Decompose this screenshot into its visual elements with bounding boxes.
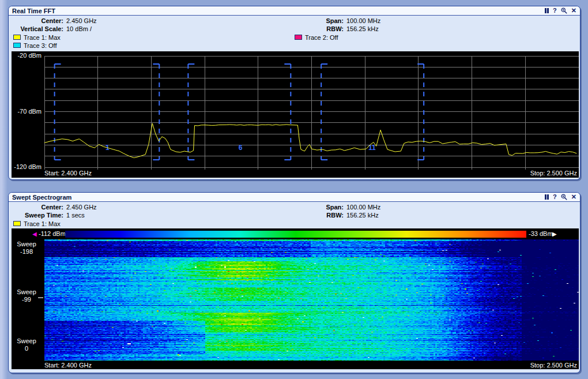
- x-axis-start-label: Start: 2.400 GHz: [44, 170, 92, 177]
- spectrogram-window-controls: ? ✕: [545, 194, 576, 201]
- colorbar-gradient[interactable]: [65, 231, 526, 238]
- magnifier-icon: [561, 7, 567, 14]
- pause-icon: [545, 194, 549, 200]
- help-button[interactable]: ?: [553, 194, 557, 201]
- sweep-label-top: Sweep -198: [12, 241, 42, 256]
- help-button[interactable]: ?: [553, 7, 557, 14]
- trace-1-swatch: [13, 221, 21, 226]
- trace-3-label: Trace 3: Off: [24, 42, 56, 49]
- colorbar-min-label: -112 dBm: [39, 230, 66, 237]
- legend-trace-1[interactable]: Trace 1: Max: [13, 220, 61, 227]
- fft-header-row-1: Center: 2.450 GHz Span: 100.00 MHz: [9, 17, 580, 25]
- x-axis-stop-label: Stop: 2.500 GHz: [530, 362, 577, 369]
- vertical-scale-label: Vertical Scale:: [10, 25, 63, 32]
- x-axis-start-label: Start: 2.400 GHz: [44, 362, 92, 369]
- fft-titlebar[interactable]: Real Time FFT ? ✕: [9, 6, 580, 16]
- fft-plot-area[interactable]: -20 dBm -70 dBm -120 dBm 1611 Start: 2.4…: [12, 51, 579, 178]
- colorbar-max-label: -33 dBm: [529, 230, 553, 237]
- colorbar-max-arrow-icon[interactable]: ▶: [552, 231, 557, 238]
- fft-window: Real Time FFT ? ✕ Center: 2.450 GHz Span…: [8, 6, 581, 180]
- rbw-value: 156.25 kHz: [346, 25, 379, 32]
- trace-2-label: Trace 2: Off: [305, 34, 338, 41]
- pause-button[interactable]: [545, 194, 549, 201]
- rbw-value: 156.25 kHz: [346, 212, 379, 219]
- y-axis-label-top: -20 dBm: [12, 52, 42, 59]
- spectrogram-header-row-2: Sweep Time: 1 secs RBW: 156.25 kHz: [9, 212, 580, 219]
- close-button[interactable]: ✕: [571, 194, 576, 201]
- center-value: 2.450 GHz: [66, 204, 97, 211]
- rbw-label: RBW:: [290, 212, 344, 219]
- spectrogram-titlebar[interactable]: Swept Spectrogram ? ✕: [9, 193, 580, 202]
- trace-1-label: Trace 1: Max: [24, 34, 61, 41]
- channel-label: 6: [239, 144, 243, 152]
- help-icon: ?: [553, 194, 557, 200]
- vertical-scale-value: 10 dBm /: [66, 25, 92, 32]
- sweep-axis-tick: [38, 297, 43, 298]
- close-icon: ✕: [571, 194, 576, 200]
- zoom-button[interactable]: [561, 7, 567, 14]
- fft-graph[interactable]: 1611: [44, 56, 579, 170]
- fft-title: Real Time FFT: [12, 7, 55, 14]
- legend-trace-2[interactable]: Trace 2: Off: [295, 33, 338, 41]
- span-value: 100.00 MHz: [346, 204, 380, 211]
- center-label: Center:: [10, 204, 63, 211]
- y-axis-label-mid: -70 dBm: [12, 108, 42, 115]
- fft-window-controls: ? ✕: [545, 7, 576, 14]
- fft-header-row-2: Vertical Scale: 10 dBm / RBW: 156.25 kHz: [9, 25, 580, 33]
- x-axis-stop-label: Stop: 2.500 GHz: [530, 170, 577, 177]
- y-axis-label-bottom: -120 dBm: [12, 163, 42, 170]
- sweep-label-bottom: Sweep 0: [12, 337, 42, 352]
- pause-icon: [545, 8, 549, 13]
- center-label: Center:: [10, 17, 63, 24]
- sweep-time-label: Sweep Time:: [10, 212, 63, 219]
- close-icon: ✕: [571, 7, 576, 14]
- trace-2-swatch: [295, 35, 302, 40]
- channel-label: 11: [368, 144, 376, 152]
- trace-3-swatch: [13, 43, 21, 48]
- span-label: Span:: [290, 17, 344, 24]
- legend-trace-3[interactable]: Trace 3: Off: [13, 42, 56, 49]
- center-value: 2.450 GHz: [66, 17, 97, 24]
- legend-trace-1[interactable]: Trace 1: Max: [13, 33, 61, 41]
- trace-1-label: Trace 1: Max: [24, 220, 61, 227]
- rbw-label: RBW:: [290, 25, 344, 32]
- span-value: 100.00 MHz: [346, 17, 380, 24]
- pause-button[interactable]: [545, 7, 549, 14]
- span-label: Span:: [290, 204, 344, 211]
- spectrogram-header-row-1: Center: 2.450 GHz Span: 100.00 MHz: [9, 204, 580, 211]
- sweep-label-mid: Sweep -99: [12, 288, 42, 303]
- help-icon: ?: [553, 7, 557, 14]
- sweep-time-value: 1 secs: [66, 212, 85, 219]
- spectrogram-window: Swept Spectrogram ? ✕ Center: 2.450 GHz …: [8, 192, 581, 373]
- spectrogram-canvas[interactable]: [44, 239, 579, 361]
- trace-1-swatch: [13, 35, 21, 40]
- spectrogram-plot-area[interactable]: ◀ -112 dBm -33 dBm ▶ Sweep -198 Sweep -9…: [12, 228, 579, 369]
- colorbar-min-arrow-icon[interactable]: ◀: [32, 231, 37, 238]
- zoom-button[interactable]: [561, 194, 567, 201]
- fft-trace-line: [44, 123, 576, 158]
- magnifier-icon: [561, 194, 567, 200]
- spectrogram-title: Swept Spectrogram: [12, 194, 71, 201]
- close-button[interactable]: ✕: [571, 7, 576, 14]
